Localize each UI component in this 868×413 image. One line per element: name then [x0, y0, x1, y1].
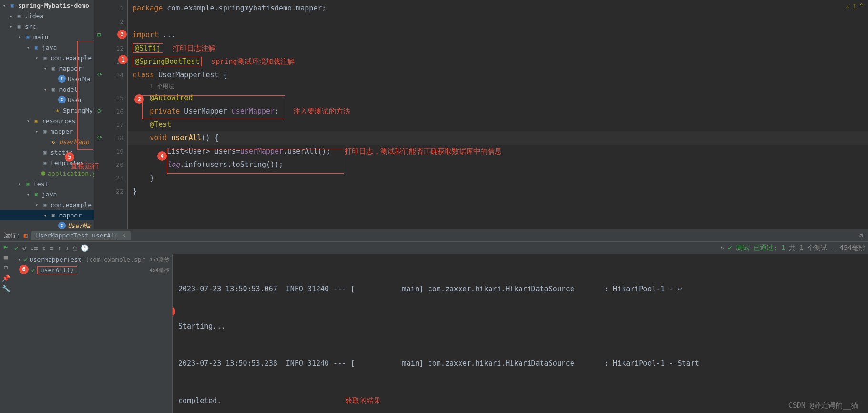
test-toolbar: ✔ ⊘ ↓≡ ↧ ≡ ↑ ↓ ⎙ 🕐 » ✔ 测试 已通过: 1 共 1 个测试…: [11, 242, 868, 254]
resources-icon: ▣: [32, 117, 40, 124]
xml-icon: ⬖: [50, 138, 57, 145]
class-icon: C: [58, 222, 66, 229]
tree-test-java[interactable]: ▾▣java: [0, 189, 94, 199]
folder-icon: ▣: [41, 159, 49, 166]
run-test-icon[interactable]: ⟳: [97, 134, 102, 141]
folder-icon: ▣: [9, 1, 16, 9]
code-area[interactable]: ⚠ 1 ^ package com.example.springmybatisd…: [128, 0, 868, 229]
rerun-icon[interactable]: ▶: [4, 243, 8, 250]
bubble-2: 2: [134, 94, 144, 104]
annotation-label: 获取的结果: [345, 396, 381, 405]
annotation-label: spring测试环境加载注解: [211, 57, 294, 66]
folder-icon: ▣: [41, 148, 49, 156]
console-output[interactable]: 2023-07-23 13:50:53.067 INFO 31240 --- […: [173, 254, 868, 413]
watermark: CSDN @薛定谔的__猫: [788, 401, 858, 410]
package-icon: ▣: [50, 85, 57, 93]
tree-resources[interactable]: ▾▣resources: [0, 115, 94, 126]
package-icon: ▣: [50, 211, 57, 219]
bubble-5: 5: [65, 152, 74, 162]
tree-idea[interactable]: ▸▣.idea: [0, 10, 94, 21]
inspection-badge[interactable]: ⚠ 1 ^: [846, 3, 863, 10]
yaml-icon: ⬣: [41, 169, 46, 177]
tree-test[interactable]: ▾▣test: [0, 178, 94, 189]
annotation-label: 打印日志，测试我们能否正确获取数据库中的信息: [345, 147, 502, 156]
folder-icon: ▣: [41, 127, 49, 135]
stop-icon[interactable]: ■: [4, 253, 8, 261]
tree-model[interactable]: ▾▣model: [0, 84, 94, 94]
folder-icon: ▣: [32, 190, 40, 198]
tree-src[interactable]: ▾▣src: [0, 21, 94, 31]
bubble-6: 6: [19, 265, 29, 274]
test-status: » ✔ 测试 已通过: 1 共 1 个测试 – 454毫秒: [721, 244, 865, 252]
run-label: 运行:: [0, 231, 24, 240]
slf4j-annotation: @Slf4j: [133, 43, 163, 53]
run-tab[interactable]: UserMapperTest.userAll×: [31, 231, 131, 240]
test-method[interactable]: ✔userAll()454毫秒: [11, 265, 172, 275]
bubble-7: 7: [173, 307, 175, 316]
usage-hint: 1 个用法: [150, 83, 174, 91]
package-icon: ▣: [50, 64, 57, 72]
tree-main[interactable]: ▾▣main: [0, 31, 94, 42]
annotation-label: 打印日志注解: [173, 44, 215, 53]
tree-test-mapper[interactable]: ▾▣mapper: [0, 210, 94, 220]
collapse-icon[interactable]: ≡: [50, 244, 53, 252]
bubble-3: 3: [117, 30, 127, 39]
gear-icon[interactable]: ⚙: [859, 232, 863, 239]
export-icon[interactable]: ⎙: [73, 244, 77, 252]
editor[interactable]: 1 2 ⊟3 12 13 ⟳14 15 ⟳16 17 ⟳18 19 20 21 …: [94, 0, 868, 229]
prev-icon[interactable]: ↑: [58, 244, 61, 252]
run-panel: 运行: ◧ UserMapperTest.userAll× ⚙ ▶ ■ ⊟ 📌 …: [0, 229, 868, 413]
tree-mapper-res[interactable]: ▾▣mapper: [0, 126, 94, 136]
failed-icon[interactable]: ⊘: [22, 244, 26, 252]
sort-icon[interactable]: ↓≡: [30, 244, 38, 252]
folder-icon: ▣: [24, 180, 31, 187]
spring-icon: ❀: [53, 106, 61, 114]
folder-icon: ▣: [15, 12, 23, 20]
class-icon: C: [58, 96, 66, 103]
package-icon: ▣: [41, 54, 49, 62]
expand-icon[interactable]: ↧: [42, 244, 46, 252]
tree-java[interactable]: ▾▣java: [0, 42, 94, 52]
annotation-label: 直接运行: [71, 162, 99, 171]
tree-pkg[interactable]: ▾▣com.example: [0, 52, 94, 63]
tree-static[interactable]: ▣static: [0, 147, 94, 157]
test-root[interactable]: ▾✔UserMapperTest (com.example.spr454毫秒: [11, 254, 172, 265]
folder-icon: ▣: [32, 43, 40, 51]
layout-icon[interactable]: ⊟: [4, 264, 8, 271]
tree-mapper[interactable]: ▾▣mapper: [0, 63, 94, 73]
test-icon: ◧: [24, 232, 28, 239]
test-results-tree[interactable]: ▾✔UserMapperTest (com.example.spr454毫秒 ✔…: [11, 254, 173, 413]
project-root[interactable]: ▾▣spring-Mybatis-demo: [0, 0, 94, 10]
tree-usermapper-test[interactable]: CUserMa: [0, 220, 94, 229]
history-icon[interactable]: 🕐: [81, 244, 89, 252]
check-icon[interactable]: ✔: [14, 244, 18, 252]
wrench-icon[interactable]: 🔧: [2, 285, 10, 292]
tree-test-pkg[interactable]: ▾▣com.example: [0, 199, 94, 210]
close-icon[interactable]: ×: [122, 232, 126, 239]
next-icon[interactable]: ↓: [65, 244, 69, 252]
tree-usermapper[interactable]: IUserMa: [0, 73, 94, 84]
pin-icon[interactable]: 📌: [2, 274, 10, 282]
run-toolbar-left: ▶ ■ ⊟ 📌 🔧: [0, 242, 11, 413]
package-icon: ▣: [41, 201, 49, 208]
bubble-4: 4: [157, 151, 167, 161]
folder-icon: ▣: [24, 33, 31, 41]
tree-usermapper-xml[interactable]: ⬖UserMapp: [0, 136, 94, 147]
springboottest-annotation: @SpringBootTest: [133, 57, 202, 66]
run-class-icon[interactable]: ⟳: [97, 72, 102, 78]
bubble-1: 1: [118, 55, 128, 64]
fold-icon[interactable]: ⊟: [97, 31, 101, 38]
tree-springmy[interactable]: ❀SpringMy: [0, 105, 94, 115]
folder-icon: ▣: [15, 22, 23, 30]
tree-user[interactable]: CUser: [0, 94, 94, 105]
project-tree[interactable]: ▾▣spring-Mybatis-demo ▸▣.idea ▾▣src ▾▣ma…: [0, 0, 94, 229]
run-test-icon[interactable]: ⟳: [97, 108, 102, 114]
annotation-label: 注入要测试的方法: [293, 107, 350, 116]
interface-icon: I: [58, 75, 66, 83]
